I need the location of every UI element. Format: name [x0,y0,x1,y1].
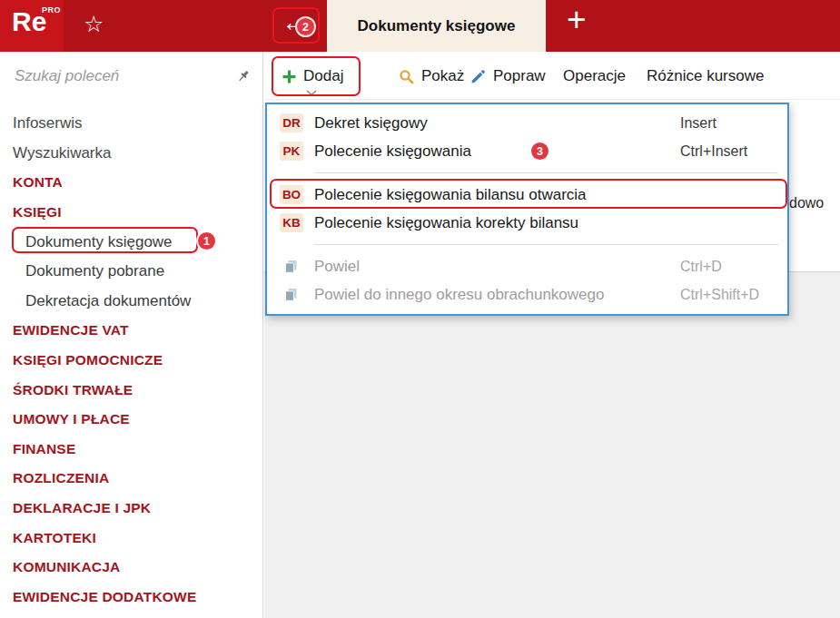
command-search-row [0,52,263,99]
add-dropdown-menu: DR Dekret księgowy Insert PK Polecenie k… [265,103,789,316]
add-plus-icon [282,70,296,83]
operations-button-label: Operacje [563,67,626,85]
sidebar-item-dokumenty-pobrane[interactable]: Dokumenty pobrane [0,257,262,287]
sidebar-item-srodki-trwale[interactable]: ŚRODKI TRWAŁE [0,375,262,405]
currency-differences-button[interactable]: Różnice kursowe [647,64,764,89]
menu-item-label: Powiel [314,258,360,276]
background-partial-column-text: dowo [789,195,824,211]
sidebar-item-umowy-i-place[interactable]: UMOWY I PŁACE [0,405,262,435]
menu-item-label: Polecenie księgowania bilansu otwarcia [314,186,587,204]
sidebar-item-infoserwis[interactable]: Infoserwis [0,109,262,139]
sidebar-item-komunikacja[interactable]: KOMUNIKACJA [0,553,262,583]
sidebar-item-konta[interactable]: KONTA [0,168,262,198]
pencil-icon [470,69,486,84]
show-button[interactable]: Pokaż [399,64,464,89]
new-tab-plus-icon[interactable]: + [567,1,587,39]
logo-pro-badge: PRO [42,5,61,15]
sidebar-item-finanse[interactable]: FINANSE [0,435,262,465]
duplicate-icon [284,260,298,273]
menu-separator [314,244,778,245]
pin-icon[interactable] [236,69,251,83]
sidebar: Infoserwis Wyszukiwarka KONTA KSIĘGI Dok… [0,52,263,618]
menu-item-shortcut: Insert [680,115,778,132]
doc-type-code-pk: PK [280,142,303,161]
app-logo: Re PRO [0,0,64,52]
doc-type-code-bo: BO [280,185,303,204]
menu-item-polecenie-ksiegowania[interactable]: PK Polecenie księgowania 3 Ctrl+Insert [267,137,787,165]
menu-item-shortcut: Ctrl+Insert [680,143,778,160]
menu-item-shortcut: Ctrl+D [680,259,778,275]
menu-item-label: Powiel do innego okresu obrachunkowego [314,286,604,304]
sidebar-item-kartoteki[interactable]: KARTOTEKI [0,523,262,553]
add-button[interactable]: Dodaj [282,64,343,89]
annotation-badge-3: 3 [531,142,548,160]
doc-type-code-dr: DR [280,113,303,132]
menu-item-shortcut: Ctrl+Shift+D [680,287,778,303]
sidebar-nav: Infoserwis Wyszukiwarka KONTA KSIĘGI Dok… [0,99,262,612]
menu-item-label: Polecenie księgowania [314,142,471,161]
sidebar-item-rozliczenia[interactable]: ROZLICZENIA [0,464,262,494]
menu-item-dekret-ksiegowy[interactable]: DR Dekret księgowy Insert [267,109,787,137]
duplicate-icon [284,288,298,301]
main-toolbar: Dodaj Pokaż [264,52,840,100]
menu-item-pk-korekty-bilansu[interactable]: KB Polecenie księgowania korekty bilansu [267,209,787,237]
annotation-badge-1: 1 [198,232,215,250]
sidebar-item-ksiegi-pomocnicze[interactable]: KSIĘGI POMOCNICZE [0,346,262,376]
show-button-label: Pokaż [421,67,464,85]
add-dropdown-chevron-icon[interactable] [306,90,317,96]
sidebar-item-dekretacja-dokumentow[interactable]: Dekretacja dokumentów [0,287,262,317]
sidebar-item-ewidencje-vat[interactable]: EWIDENCJE VAT [0,316,262,346]
menu-item-label: Polecenie księgowania korekty bilansu [314,214,578,232]
annotation-badge-2: 2 [297,18,314,35]
currency-differences-label: Różnice kursowe [647,67,764,85]
add-button-label: Dodaj [303,67,343,85]
edit-button[interactable]: Popraw [470,64,546,89]
magnifier-icon [399,69,414,84]
sidebar-item-ewidencje-dodatkowe[interactable]: EWIDENCJE DODATKOWE [0,583,262,613]
menu-item-powiel: Powiel Ctrl+D [267,252,787,280]
search-input[interactable] [13,63,221,90]
top-bar: Re PRO ☆ ← Dokumenty księgowe + [0,0,840,52]
menu-item-label: Dekret księgowy [314,114,428,132]
sidebar-item-deklaracje-i-jpk[interactable]: DEKLARACJE I JPK [0,494,262,524]
edit-button-label: Popraw [493,67,546,85]
operations-button[interactable]: Operacje [563,64,626,89]
menu-separator [314,172,778,173]
menu-item-pk-bilansu-otwarcia[interactable]: BO Polecenie księgowania bilansu otwarci… [267,181,787,209]
menu-item-powiel-do-innego-okresu: Powiel do innego okresu obrachunkowego C… [267,280,787,309]
doc-type-code-kb: KB [280,213,303,232]
sidebar-item-ksiegi[interactable]: KSIĘGI [0,198,262,228]
favorites-star-icon[interactable]: ☆ [84,11,104,37]
sidebar-item-wyszukiwarka[interactable]: Wyszukiwarka [0,139,262,169]
tab-dokumenty-ksiegowe[interactable]: Dokumenty księgowe [327,0,546,52]
app-window: Re PRO ☆ ← Dokumenty księgowe + Infoserw… [0,0,840,618]
sidebar-item-dokumenty-ksiegowe[interactable]: Dokumenty księgowe [0,227,262,257]
